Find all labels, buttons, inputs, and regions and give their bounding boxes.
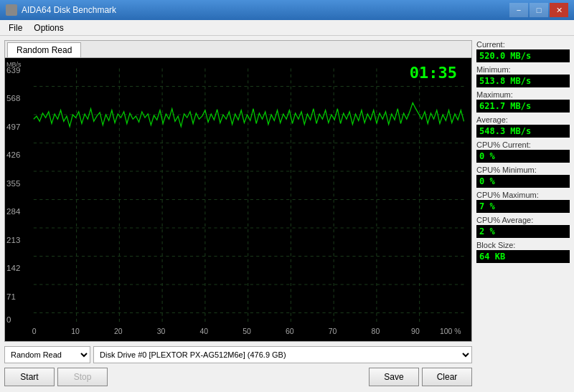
cpu-minimum-label: CPU% Minimum: bbox=[476, 166, 570, 174]
svg-text:90: 90 bbox=[411, 328, 420, 335]
cpu-average-label: CPU% Average: bbox=[476, 216, 570, 224]
svg-text:100 %: 100 % bbox=[440, 328, 461, 335]
minimum-label: Minimum: bbox=[476, 65, 570, 74]
stat-cpu-minimum: CPU% Minimum: 0 % bbox=[476, 166, 570, 188]
tab-random-read[interactable]: Random Read bbox=[7, 42, 81, 57]
stat-block-size: Block Size: 64 KB bbox=[476, 241, 570, 263]
svg-text:50: 50 bbox=[243, 328, 251, 335]
cpu-average-value: 2 % bbox=[476, 225, 570, 238]
stop-button[interactable]: Stop bbox=[57, 368, 108, 386]
minimize-button[interactable]: − bbox=[509, 3, 528, 17]
maximize-button[interactable]: □ bbox=[530, 3, 548, 17]
stat-cpu-current: CPU% Current: 0 % bbox=[476, 140, 570, 163]
menu-options[interactable]: Options bbox=[28, 20, 69, 35]
svg-text:355: 355 bbox=[6, 179, 20, 188]
left-panel: Random Read MB/s 01:35 bbox=[4, 40, 472, 388]
maximum-label: Maximum: bbox=[476, 90, 570, 99]
app-title: AIDA64 Disk Benchmark bbox=[22, 5, 116, 15]
current-value: 520.0 MB/s bbox=[476, 49, 570, 62]
current-label: Current: bbox=[476, 40, 570, 49]
svg-text:0: 0 bbox=[6, 315, 11, 324]
clear-button[interactable]: Clear bbox=[422, 368, 472, 386]
svg-text:70: 70 bbox=[329, 328, 337, 335]
menu-file[interactable]: File bbox=[3, 20, 28, 35]
svg-text:0: 0 bbox=[32, 328, 37, 335]
stat-minimum: Minimum: 513.8 MB/s bbox=[476, 65, 570, 87]
svg-text:284: 284 bbox=[6, 207, 21, 216]
tab-container: Random Read MB/s 01:35 bbox=[4, 40, 472, 342]
stat-cpu-average: CPU% Average: 2 % bbox=[476, 216, 570, 238]
y-axis-title: MB/s bbox=[6, 61, 22, 68]
cpu-maximum-label: CPU% Maximum: bbox=[476, 191, 570, 199]
bottom-controls-dropdowns: Random Read Sequential Read Sequential W… bbox=[4, 345, 472, 365]
svg-text:497: 497 bbox=[6, 123, 20, 131]
svg-text:71: 71 bbox=[6, 292, 16, 301]
app-icon bbox=[6, 4, 17, 16]
average-value: 548.3 MB/s bbox=[476, 125, 570, 138]
cpu-current-label: CPU% Current: bbox=[476, 140, 570, 149]
disk-select[interactable]: Disk Drive #0 [PLEXTOR PX-AG512M6e] (476… bbox=[93, 346, 472, 363]
tab-header: Random Read bbox=[5, 41, 471, 58]
stat-cpu-maximum: CPU% Maximum: 7 % bbox=[476, 191, 570, 213]
chart-svg: 639 568 497 426 355 284 213 142 71 0 0 1… bbox=[5, 58, 471, 341]
svg-text:568: 568 bbox=[6, 94, 20, 102]
cpu-maximum-value: 7 % bbox=[476, 200, 570, 213]
block-size-label: Block Size: bbox=[476, 241, 570, 249]
title-bar: AIDA64 Disk Benchmark − □ ✕ bbox=[0, 0, 574, 20]
maximum-value: 621.7 MB/s bbox=[476, 100, 570, 113]
svg-text:40: 40 bbox=[200, 328, 209, 335]
svg-text:30: 30 bbox=[157, 328, 166, 335]
stat-average: Average: 548.3 MB/s bbox=[476, 115, 570, 138]
button-row: Start Stop Save Clear bbox=[4, 368, 472, 388]
svg-text:20: 20 bbox=[114, 328, 123, 335]
svg-text:142: 142 bbox=[6, 264, 20, 272]
menu-bar: File Options bbox=[0, 20, 574, 36]
svg-text:80: 80 bbox=[372, 328, 380, 335]
timer-display: 01:35 bbox=[410, 64, 457, 82]
svg-text:426: 426 bbox=[6, 150, 20, 159]
stat-current: Current: 520.0 MB/s bbox=[476, 40, 570, 62]
start-button[interactable]: Start bbox=[4, 368, 55, 386]
close-button[interactable]: ✕ bbox=[550, 3, 568, 17]
chart-area: MB/s 01:35 bbox=[5, 58, 471, 341]
save-button[interactable]: Save bbox=[369, 368, 419, 386]
cpu-minimum-value: 0 % bbox=[476, 175, 570, 188]
block-size-value: 64 KB bbox=[476, 250, 570, 263]
right-panel: Current: 520.0 MB/s Minimum: 513.8 MB/s … bbox=[476, 40, 570, 388]
svg-text:213: 213 bbox=[6, 236, 20, 244]
svg-text:10: 10 bbox=[71, 328, 80, 335]
main-area: Random Read MB/s 01:35 bbox=[0, 36, 574, 392]
average-label: Average: bbox=[476, 115, 570, 124]
minimum-value: 513.8 MB/s bbox=[476, 75, 570, 87]
mode-select[interactable]: Random Read Sequential Read Sequential W… bbox=[4, 346, 90, 363]
svg-text:60: 60 bbox=[286, 328, 294, 335]
stat-maximum: Maximum: 621.7 MB/s bbox=[476, 90, 570, 113]
cpu-current-value: 0 % bbox=[476, 150, 570, 163]
